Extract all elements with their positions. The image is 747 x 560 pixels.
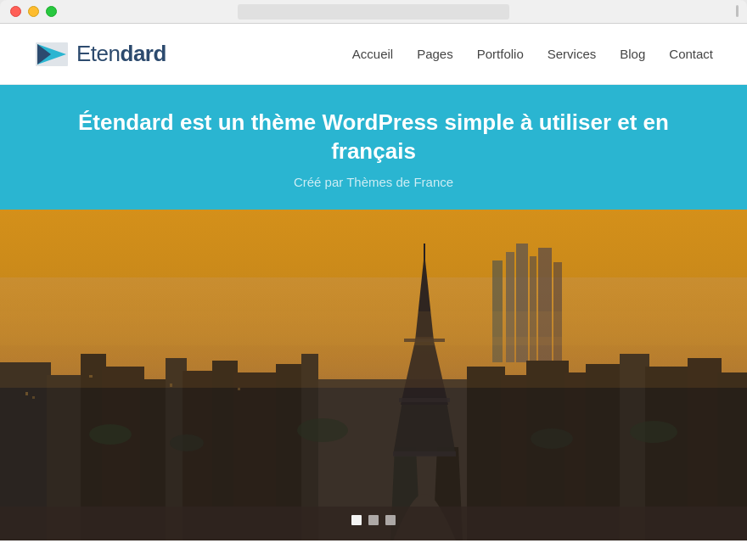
site-header: Etendard Accueil Pages Portfolio Service… [0,24,747,85]
svg-rect-29 [393,451,456,456]
svg-point-50 [170,434,204,451]
logo[interactable]: Etendard [34,41,166,68]
url-bar[interactable] [238,4,509,20]
hero-image [0,210,747,540]
nav-blog[interactable]: Blog [620,47,645,61]
nav-services[interactable]: Services [548,47,597,61]
main-nav: Accueil Pages Portfolio Services Blog Co… [352,47,713,61]
svg-rect-41 [25,392,28,395]
svg-point-53 [630,421,677,443]
website-content: Etendard Accueil Pages Portfolio Service… [0,24,747,560]
paris-scene [0,210,747,540]
svg-rect-42 [32,396,35,399]
maximize-button[interactable] [46,6,57,17]
slider-dot-1[interactable] [351,515,362,525]
slider-dot-2[interactable] [368,515,379,525]
svg-point-52 [531,428,573,449]
close-button[interactable] [10,6,21,17]
nav-pages[interactable]: Pages [417,47,453,61]
hero-title: Étendard est un thème WordPress simple à… [34,109,713,166]
svg-point-49 [89,424,132,445]
slider-dots [351,515,396,525]
slider-dot-3[interactable] [385,515,396,525]
nav-contact[interactable]: Contact [669,47,713,61]
scrollbar [736,5,739,17]
window-chrome [0,0,747,24]
minimize-button[interactable] [28,6,39,17]
logo-icon [34,41,70,68]
svg-marker-25 [393,396,456,456]
svg-rect-45 [238,388,240,390]
hero-background [0,210,747,540]
svg-rect-47 [0,311,747,345]
svg-rect-30 [399,398,450,402]
nav-accueil[interactable]: Accueil [352,47,393,61]
logo-text: Etendard [76,41,166,67]
hero-banner: Étendard est un thème WordPress simple à… [0,85,747,210]
nav-portfolio[interactable]: Portfolio [477,47,524,61]
hero-subtitle: Créé par Thèmes de France [34,175,713,189]
svg-point-51 [297,418,348,442]
